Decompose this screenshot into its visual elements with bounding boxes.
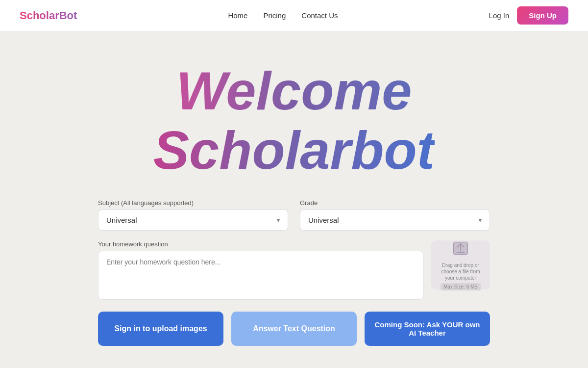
- grade-group: Grade Universal ▼: [300, 199, 490, 231]
- coming-soon-button[interactable]: Coming Soon: Ask YOUR own AI Teacher: [365, 312, 490, 346]
- upload-size: Max Size: 6 MB: [441, 283, 481, 290]
- upload-text: Drag and drop or choose a file from your…: [436, 262, 485, 281]
- signup-button[interactable]: Sign Up: [517, 6, 568, 25]
- nav-pricing[interactable]: Pricing: [263, 11, 286, 20]
- hero-section: Welcome Scholarbot: [0, 31, 588, 199]
- textarea-group: Your homework question: [98, 240, 423, 302]
- upload-icon-wrapper: [452, 239, 469, 259]
- form-section: Subject (All languages supported) Univer…: [49, 199, 539, 302]
- grade-select[interactable]: Universal: [300, 210, 490, 231]
- nav-links: Home Pricing Contact Us: [228, 11, 338, 20]
- question-label: Your homework question: [98, 240, 423, 248]
- upload-icon: [452, 239, 469, 257]
- upload-box[interactable]: Drag and drop or choose a file from your…: [431, 240, 490, 289]
- login-button[interactable]: Log In: [489, 11, 510, 20]
- subject-select[interactable]: Universal: [98, 210, 288, 231]
- buttons-row: Sign in to upload images Answer Text Que…: [49, 312, 539, 346]
- logo[interactable]: ScholarBot: [20, 9, 77, 22]
- nav-home[interactable]: Home: [228, 11, 247, 20]
- sign-in-upload-button[interactable]: Sign in to upload images: [98, 312, 223, 346]
- grade-dropdown-wrapper: Universal ▼: [300, 210, 490, 231]
- navbar: ScholarBot Home Pricing Contact Us Log I…: [0, 0, 588, 31]
- subject-group: Subject (All languages supported) Univer…: [98, 199, 288, 231]
- subject-dropdown-wrapper: Universal ▼: [98, 210, 288, 231]
- hero-title: Welcome Scholarbot: [153, 61, 435, 180]
- question-row: Your homework question Drag and drop or …: [98, 240, 490, 302]
- dropdowns-row: Subject (All languages supported) Univer…: [98, 199, 490, 231]
- nav-contact[interactable]: Contact Us: [301, 11, 338, 20]
- hero-welcome-text: Welcome: [153, 61, 435, 120]
- answer-text-button[interactable]: Answer Text Question: [231, 312, 357, 346]
- hero-scholarbot-text: Scholarbot: [153, 120, 435, 180]
- nav-actions: Log In Sign Up: [489, 6, 568, 25]
- homework-textarea[interactable]: [98, 251, 423, 300]
- subject-label: Subject (All languages supported): [98, 199, 288, 207]
- grade-label: Grade: [300, 199, 490, 207]
